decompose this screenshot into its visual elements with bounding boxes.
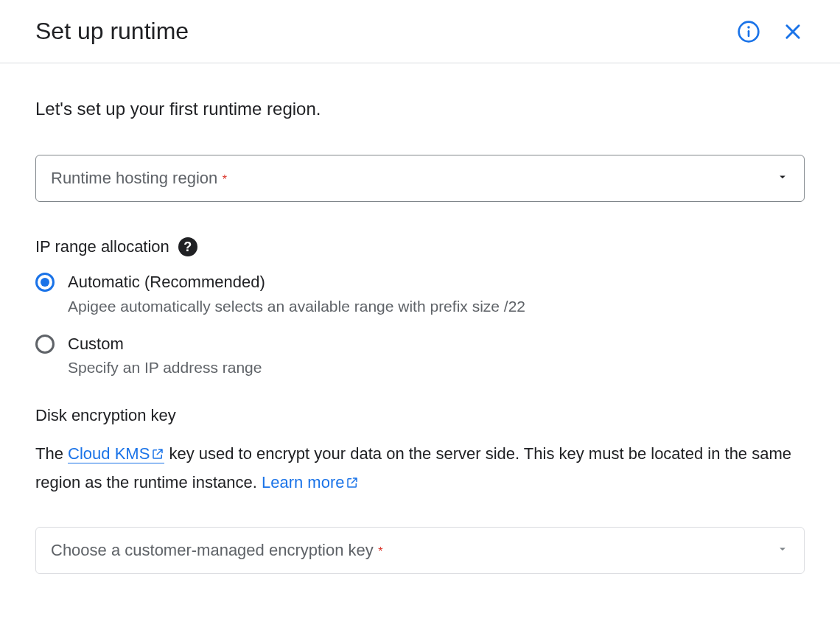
radio-label: Custom [68, 333, 262, 355]
runtime-region-select[interactable]: Runtime hosting region * [35, 155, 805, 202]
header-actions [737, 20, 805, 43]
svg-rect-1 [748, 30, 750, 37]
radio-label: Automatic (Recommended) [68, 271, 525, 293]
radio-description: Apigee automatically selects an availabl… [68, 298, 525, 315]
required-asterisk: * [219, 173, 227, 186]
info-icon[interactable] [737, 20, 760, 43]
select-label: Runtime hosting region * [51, 169, 227, 188]
radio-automatic[interactable]: Automatic (Recommended) Apigee automatic… [35, 271, 805, 315]
radio-button-icon [35, 273, 55, 292]
cloud-kms-link[interactable]: Cloud KMS [68, 444, 164, 463]
help-icon[interactable]: ? [178, 237, 197, 256]
required-asterisk: * [375, 545, 383, 558]
radio-custom[interactable]: Custom Specify an IP address range [35, 333, 805, 377]
external-link-icon [346, 470, 359, 497]
external-link-icon [151, 441, 164, 469]
intro-text: Let's set up your first runtime region. [35, 99, 805, 119]
encryption-key-select[interactable]: Choose a customer-managed encryption key… [35, 527, 805, 574]
dialog-content: Let's set up your first runtime region. … [0, 63, 840, 633]
svg-point-2 [747, 26, 749, 28]
disk-encryption-description: The Cloud KMS key used to encrypt your d… [35, 440, 805, 497]
dropdown-arrow-icon [776, 170, 789, 186]
disk-encryption-heading: Disk encryption key [35, 406, 805, 425]
dialog-header: Set up runtime [0, 0, 840, 63]
radio-description: Specify an IP address range [68, 359, 262, 377]
select-label: Choose a customer-managed encryption key… [51, 541, 382, 560]
close-icon[interactable] [781, 20, 805, 43]
learn-more-link[interactable]: Learn more [262, 473, 360, 491]
dialog-title: Set up runtime [35, 18, 189, 45]
dropdown-arrow-icon [776, 542, 789, 559]
radio-button-icon [35, 335, 55, 354]
ip-range-heading: IP range allocation ? [35, 237, 805, 256]
ip-range-radio-group: Automatic (Recommended) Apigee automatic… [35, 271, 805, 377]
